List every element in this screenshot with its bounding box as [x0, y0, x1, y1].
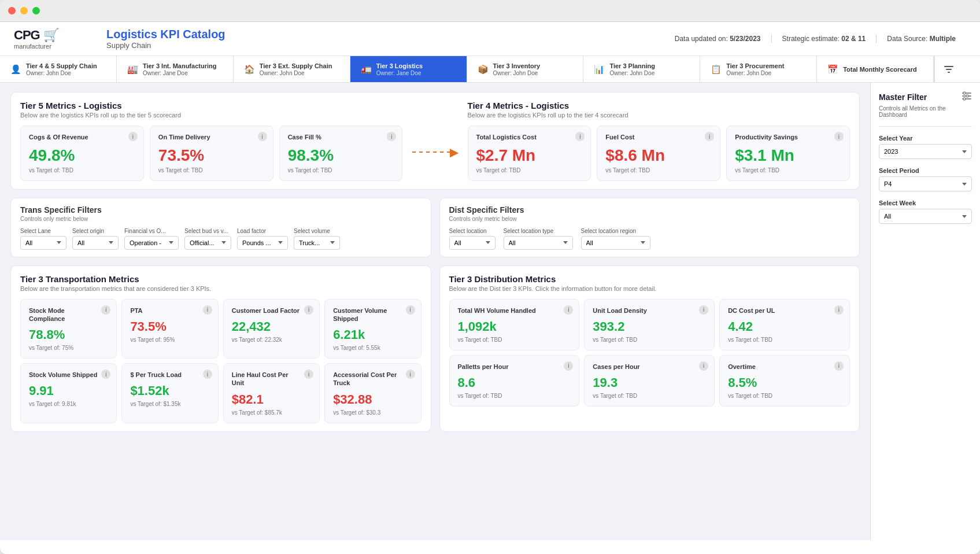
filter-financial: Financial vs O... Operation -	[124, 228, 179, 250]
app-window: CPG 🛒 manufacturer Logistics KPI Catalog…	[0, 0, 980, 554]
tab-tier3plan-icon: 📊	[594, 64, 605, 75]
close-button[interactable]	[8, 7, 16, 14]
sidebar-divider-1	[879, 126, 972, 127]
kpi-whvol-title: Total WH Volume Handled	[458, 306, 561, 315]
info-otd[interactable]: i	[258, 132, 267, 141]
master-filter-icon-btn[interactable]	[934, 56, 980, 82]
tab-tier3proc[interactable]: 📋 Tier 3 Procurement Owner: John Doe	[700, 56, 817, 82]
info-pallets[interactable]: i	[564, 361, 573, 371]
kpi-fuelcost: i Fuel Cost $8.6 Mn vs Target of: TBD	[597, 125, 720, 180]
filter-lane-select[interactable]: All	[20, 236, 66, 250]
kpi-custvol-target: vs Target of: 5.55k	[333, 345, 412, 351]
kpi-prodsav-value: $3.1 Mn	[735, 146, 841, 165]
kpi-pallets-title: Palletts per Hour	[458, 363, 561, 371]
info-pta[interactable]: i	[203, 305, 212, 315]
tab-tier3int[interactable]: 🏭 Tier 3 Int. Manufacturing Owner: Jane …	[117, 56, 234, 82]
filter-volume-select[interactable]: Truck...	[294, 236, 340, 250]
info-stockmode[interactable]: i	[101, 305, 110, 315]
info-uldens[interactable]: i	[699, 305, 708, 315]
period-filter-select[interactable]: P4 P1P2P3P5	[879, 176, 972, 191]
info-custvol[interactable]: i	[406, 305, 415, 315]
tab-tier3ext[interactable]: 🏠 Tier 3 Ext. Supply Chain Owner: John D…	[234, 56, 350, 82]
info-stockvol[interactable]: i	[101, 370, 110, 379]
page-title: Logistics KPI Catalog	[106, 28, 641, 41]
tier4-desc: Below are the logistics KPIs roll up to …	[468, 112, 850, 119]
filter-loctype-select[interactable]: All	[504, 236, 573, 250]
tab-tier45-owner: Owner: John Doe	[26, 70, 97, 76]
kpi-pta: i PTA 73.5% vs Target of: 95%	[121, 299, 218, 359]
info-fuelcost[interactable]: i	[705, 132, 714, 141]
tier3-trans-title: Tier 3 Transportation Metrics	[20, 274, 421, 284]
info-cases[interactable]: i	[699, 361, 708, 371]
sidebar: Master Filter Controls all Metrics on th…	[870, 83, 980, 540]
filter-lane-label: Select Lane	[20, 228, 66, 234]
tab-tier3inv[interactable]: 📦 Tier 3 Inventory Owner: John Doe	[467, 56, 584, 82]
info-dccost[interactable]: i	[834, 305, 844, 315]
tab-tier45-label: Tier 4 & 5 Supply Chain	[26, 62, 97, 70]
filter-settings-icon[interactable]	[961, 91, 972, 103]
svg-point-8	[963, 98, 966, 100]
info-casefill[interactable]: i	[387, 132, 396, 141]
info-logcost[interactable]: i	[575, 132, 585, 141]
minimize-button[interactable]	[20, 7, 28, 14]
filter-origin-label: Select origin	[72, 228, 119, 234]
tier4-section: Tier 4 Metrics - Logistics Below are the…	[468, 101, 850, 180]
filter-financial-select[interactable]: Operation -	[124, 236, 179, 250]
tier5-section: Tier 5 Metrics - Logistics Below are the…	[20, 101, 403, 180]
tab-tier3log[interactable]: 🚛 Tier 3 Logistics Owner: Jane Doe	[350, 56, 467, 82]
tab-tier3plan[interactable]: 📊 Tier 3 Planning Owner: John Doe	[583, 56, 700, 82]
tier5-title: Tier 5 Metrics - Logistics	[20, 101, 403, 110]
tab-tier3log-label: Tier 3 Logistics	[376, 62, 423, 70]
tab-tier3plan-owner: Owner: John Doe	[609, 70, 655, 76]
kpi-stockmode-value: 78.8%	[29, 327, 108, 342]
meta-strategic: Strategic estimate: 02 & 11	[772, 35, 877, 43]
filter-load-select[interactable]: Pounds ...	[237, 236, 288, 250]
info-pertruck[interactable]: i	[203, 370, 212, 379]
filter-location-select[interactable]: All	[449, 236, 495, 250]
filter-bud-select[interactable]: Official...	[184, 236, 231, 250]
tier4-title: Tier 4 Metrics - Logistics	[468, 101, 850, 110]
header: CPG 🛒 manufacturer Logistics KPI Catalog…	[0, 22, 980, 56]
tab-tier3inv-owner: Owner: John Doe	[493, 70, 541, 76]
tab-monthly[interactable]: 📅 Total Monthly Scorecard	[817, 56, 934, 82]
tab-tier45-icon: 👤	[10, 64, 21, 75]
kpi-overtime-target: vs Target of: TBD	[728, 393, 841, 399]
info-whvol[interactable]: i	[564, 305, 573, 315]
svg-point-6	[963, 92, 966, 94]
info-custload[interactable]: i	[304, 305, 313, 315]
tab-tier3inv-label: Tier 3 Inventory	[493, 62, 541, 70]
kpi-uldens-value: 393.2	[593, 319, 706, 334]
kpi-custvol-value: 6.21k	[333, 327, 412, 342]
info-accessorial[interactable]: i	[406, 370, 415, 379]
week-filter-select[interactable]: All W1W2W3W4	[879, 209, 972, 224]
kpi-custload-value: 22,432	[232, 319, 311, 334]
arrow-separator: ▶	[403, 124, 468, 180]
tab-tier3int-label: Tier 3 Int. Manufacturing	[143, 62, 217, 70]
kpi-pertruck-title: $ Per Truck Load	[130, 371, 199, 379]
filter-location: Select location All	[449, 228, 495, 250]
maximize-button[interactable]	[32, 7, 40, 14]
filter-locregion: Select location region All	[581, 228, 650, 250]
kpi-pertruck-value: $1.52k	[130, 383, 209, 398]
year-filter-control: Select Year 2023 2022 2021	[879, 135, 972, 159]
filter-load-label: Load factor	[237, 228, 288, 234]
tab-tier3int-owner: Owner: Jane Doe	[143, 70, 217, 76]
info-cogs[interactable]: i	[128, 132, 138, 141]
tab-tier45[interactable]: 👤 Tier 4 & 5 Supply Chain Owner: John Do…	[0, 56, 117, 82]
meta-updated: Data updated on: 5/23/2023	[664, 35, 772, 43]
info-linehaul[interactable]: i	[304, 370, 313, 379]
year-filter-select[interactable]: 2023 2022 2021	[879, 144, 972, 159]
info-overtime[interactable]: i	[834, 361, 844, 371]
kpi-prodsav-target: vs Target of: TBD	[735, 167, 841, 173]
info-prodsav[interactable]: i	[834, 132, 844, 141]
kpi-logcost-title: Total Logistics Cost	[476, 133, 572, 141]
kpi-cogs-value: 49.8%	[29, 146, 135, 165]
dist-filters-section: Dist Specific Filters Controls only metr…	[439, 198, 860, 257]
kpi-uldens-title: Unit Load Density	[593, 306, 696, 315]
kpi-accessorial-title: Accessorial Cost Per Truck	[333, 371, 402, 387]
tier3-dist-row1: i Total WH Volume Handled 1,092k vs Targ…	[449, 299, 850, 350]
filter-locregion-select[interactable]: All	[581, 236, 650, 250]
filter-locregion-label: Select location region	[581, 228, 650, 234]
filter-origin-select[interactable]: All	[72, 236, 119, 250]
kpi-logcost-value: $2.7 Mn	[476, 146, 583, 165]
